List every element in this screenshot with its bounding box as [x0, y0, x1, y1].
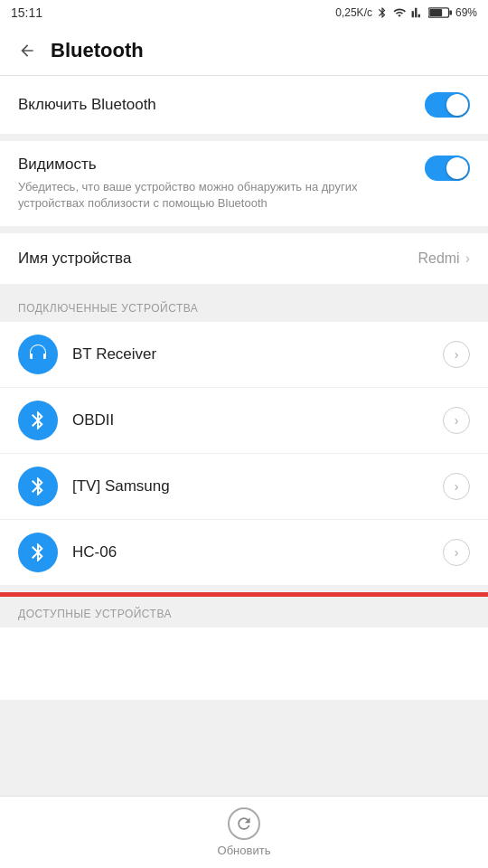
status-time: 15:11 — [11, 5, 42, 20]
refresh-button[interactable] — [228, 807, 260, 840]
battery-percent: 69% — [455, 6, 477, 19]
battery-icon — [428, 6, 452, 19]
bluetooth-toggle-section: Включить Bluetooth — [0, 76, 488, 134]
network-speed: 0,25K/с — [335, 6, 372, 19]
svg-rect-1 — [449, 10, 452, 14]
available-devices-area — [0, 627, 488, 700]
visibility-section: Видимость Убедитесь, что ваше устройство… — [0, 141, 488, 226]
page-title: Bluetooth — [51, 39, 144, 62]
obdii-icon — [18, 401, 58, 440]
device-item-tv-samsung[interactable]: [TV] Samsung › — [0, 454, 488, 520]
visibility-description: Убедитесь, что ваше устройство можно обн… — [18, 179, 410, 212]
device-item-obdii[interactable]: OBDII › — [0, 388, 488, 454]
device-name-row[interactable]: Имя устройства Redmi › — [0, 233, 488, 284]
hc06-name: НС-06 — [72, 543, 443, 561]
bluetooth-toggle-switch[interactable] — [425, 92, 470, 118]
hc06-chevron-icon: › — [443, 539, 470, 566]
refresh-bar: Обновить — [0, 796, 488, 868]
device-name-chevron-icon: › — [465, 250, 470, 267]
signal-icon — [410, 6, 425, 19]
bt-receiver-icon — [18, 335, 58, 374]
hc06-icon — [18, 533, 58, 572]
status-bar: 15:11 0,25K/с 69% — [0, 0, 488, 25]
connected-devices-header: ПОДКЛЮЧЕННЫЕ УСТРОЙСТВА — [0, 291, 488, 322]
visibility-toggle-switch[interactable] — [425, 156, 470, 181]
bt-receiver-name: BT Receiver — [72, 345, 443, 363]
tv-samsung-name: [TV] Samsung — [72, 477, 443, 495]
connected-devices-list: BT Receiver › OBDII › [TV] Samsung › — [0, 322, 488, 585]
bt-receiver-chevron-icon: › — [443, 341, 470, 368]
bluetooth-status-icon — [376, 6, 389, 19]
wifi-status-icon — [392, 6, 407, 19]
tv-samsung-icon — [18, 467, 58, 506]
obdii-chevron-icon: › — [443, 407, 470, 434]
device-name-value: Redmi › — [418, 250, 470, 267]
tv-samsung-chevron-icon: › — [443, 473, 470, 500]
device-item-hc06[interactable]: НС-06 › — [0, 520, 488, 585]
available-devices-header: ДОСТУПНЫЕ УСТРОЙСТВА — [0, 597, 488, 627]
header: Bluetooth — [0, 25, 488, 76]
refresh-label: Обновить — [218, 844, 271, 857]
bluetooth-toggle-row: Включить Bluetooth — [0, 76, 488, 134]
device-name-label: Имя устройства — [18, 250, 131, 268]
visibility-title: Видимость — [18, 156, 410, 174]
back-button[interactable] — [14, 38, 40, 63]
svg-rect-2 — [429, 9, 442, 16]
status-icons: 0,25K/с 69% — [335, 6, 477, 19]
device-item-bt-receiver[interactable]: BT Receiver › — [0, 322, 488, 388]
obdii-name: OBDII — [72, 411, 443, 429]
bluetooth-toggle-label: Включить Bluetooth — [18, 96, 156, 114]
content-area: Включить Bluetooth Видимость Убедитесь, … — [0, 76, 488, 868]
